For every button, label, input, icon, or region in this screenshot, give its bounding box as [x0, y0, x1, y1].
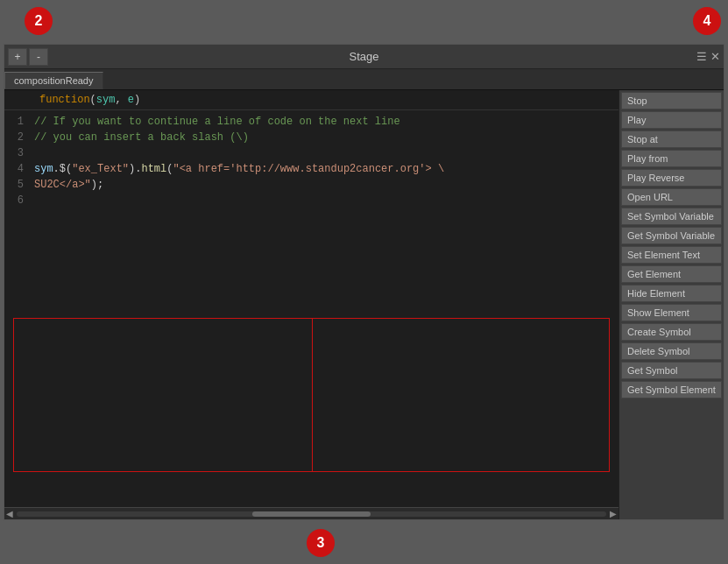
btn-stop[interactable]: Stop [621, 92, 722, 109]
code-line-1: // If you want to continue a line of cod… [34, 114, 615, 130]
code-content: // If you want to continue a line of cod… [31, 110, 618, 309]
code-line-4: sym.$("ex_Text").html("<a href='http://w… [34, 161, 615, 177]
func-keyword: function [39, 94, 90, 106]
line-num-5: 5 [11, 177, 24, 193]
btn-play-from[interactable]: Play from [621, 150, 722, 167]
tab-composition-ready[interactable]: compositionReady [4, 72, 103, 89]
menu-icon[interactable]: ☰ [696, 50, 707, 63]
func-param-sym: sym [96, 94, 116, 106]
line-num-6: 6 [11, 193, 24, 208]
code-body: 1 2 3 4 5 6 // If you want to continue a… [4, 110, 618, 309]
add-button[interactable]: + [8, 48, 27, 66]
btn-play-reverse[interactable]: Play Reverse [621, 169, 722, 187]
badge-2-label: 2 [35, 13, 43, 29]
btn-delete-symbol[interactable]: Delete Symbol [621, 342, 722, 360]
red-vertical-line [312, 319, 313, 472]
badge-4: 4 [693, 7, 721, 35]
btn-stop-at[interactable]: Stop at [621, 130, 722, 148]
code-line-3 [34, 145, 615, 161]
scrollbar-track[interactable] [17, 511, 606, 517]
btn-create-symbol[interactable]: Create Symbol [621, 323, 722, 341]
btn-get-element[interactable]: Get Element [621, 265, 722, 283]
line-numbers: 1 2 3 4 5 6 [4, 110, 31, 309]
close-icon[interactable]: ✕ [710, 50, 720, 63]
badge-3: 3 [307, 529, 335, 557]
line-num-4: 4 [11, 161, 24, 177]
titlebar: + - Stage ☰ ✕ [4, 45, 724, 69]
btn-hide-element[interactable]: Hide Element [621, 285, 722, 302]
titlebar-left-controls: + - [8, 48, 48, 66]
func-paren-close: ) [134, 94, 140, 106]
func-comma: , [115, 94, 127, 106]
func-param-e: e [128, 94, 134, 106]
editor-lower [4, 309, 618, 508]
btn-get-symbol-element[interactable]: Get Symbol Element [621, 381, 722, 398]
titlebar-right-controls: ☰ ✕ [696, 50, 720, 63]
func-paren-open: ( [90, 94, 96, 106]
btn-show-element[interactable]: Show Element [621, 304, 722, 321]
scrollbar-thumb[interactable] [252, 511, 371, 517]
remove-button[interactable]: - [29, 48, 48, 66]
content-area: function(sym, e) 1 2 3 4 5 6 // [4, 90, 724, 519]
btn-set-element-text[interactable]: Set Element Text [621, 246, 722, 264]
btn-play[interactable]: Play [621, 111, 722, 129]
scroll-right-arrow[interactable]: ▶ [610, 509, 617, 518]
btn-get-symbol[interactable]: Get Symbol [621, 362, 722, 379]
code-line-2: // you can insert a back slash (\) [34, 130, 615, 145]
scroll-left-arrow[interactable]: ◀ [6, 509, 13, 518]
red-border-box [13, 318, 610, 473]
line-num-3: 3 [11, 145, 24, 161]
badge-2: 2 [25, 7, 53, 35]
btn-set-symbol-variable[interactable]: Set Symbol Variable [621, 208, 722, 225]
tab-label: compositionReady [14, 75, 94, 86]
code-line-5: SU2C</a>"); [34, 177, 615, 193]
btn-get-symbol-variable[interactable]: Get Symbol Variable [621, 227, 722, 244]
h-scrollbar[interactable]: ◀ ▶ [4, 507, 618, 519]
code-editor[interactable]: function(sym, e) 1 2 3 4 5 6 // [4, 90, 618, 519]
func-header: function(sym, e) [4, 90, 618, 110]
code-line-6 [34, 193, 615, 208]
badge-3-label: 3 [317, 535, 325, 551]
window-title: Stage [350, 50, 379, 63]
line-num-1: 1 [11, 114, 24, 130]
btn-open-url[interactable]: Open URL [621, 188, 722, 206]
line-num-2: 2 [11, 130, 24, 145]
main-window: + - Stage ☰ ✕ compositionReady function(… [4, 44, 724, 520]
action-sidebar: Stop Play Stop at Play from Play Reverse… [618, 90, 724, 519]
editor-wrapper: function(sym, e) 1 2 3 4 5 6 // [4, 90, 618, 519]
tabbar: compositionReady [4, 69, 724, 90]
badge-4-label: 4 [703, 13, 711, 29]
